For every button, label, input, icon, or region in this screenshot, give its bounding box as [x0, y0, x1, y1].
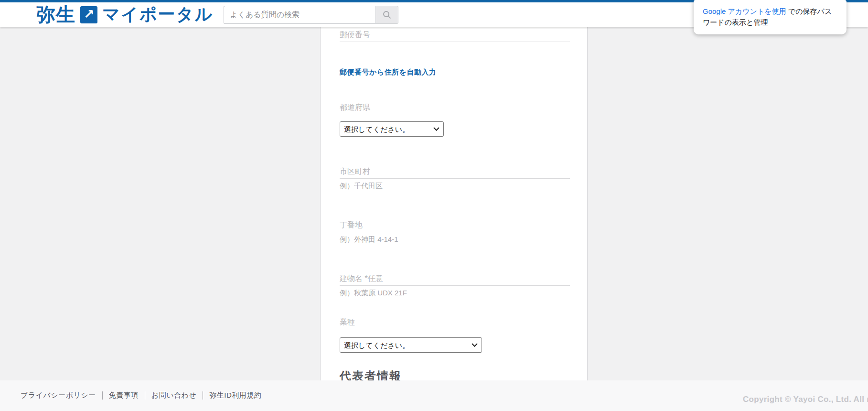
- faq-search-input[interactable]: [224, 6, 375, 24]
- representative-info-heading: 代表者情報: [340, 368, 402, 380]
- industry-label: 業種: [340, 317, 355, 327]
- yayoi-logo-text: 弥生: [36, 1, 75, 28]
- city-helper-text: 例）千代田区: [340, 182, 383, 191]
- prefecture-select[interactable]: 選択してください。: [340, 121, 444, 137]
- building-helper-text: 例）秋葉原 UDX 21F: [340, 289, 407, 298]
- contact-link[interactable]: お問い合わせ: [151, 391, 196, 400]
- postal-code-input[interactable]: [340, 28, 570, 42]
- yayoi-arrow-icon: ↗: [80, 6, 97, 23]
- footer-separator: [145, 391, 145, 400]
- disclaimer-link[interactable]: 免責事項: [109, 391, 139, 400]
- faq-search: [224, 6, 398, 24]
- city-input[interactable]: [340, 164, 570, 179]
- street-input[interactable]: [340, 218, 570, 232]
- prefecture-label: 都道府県: [340, 103, 370, 113]
- yayoi-logo[interactable]: 弥生 ↗ マイポータル: [36, 1, 213, 28]
- footer-separator: [203, 391, 203, 400]
- google-account-link[interactable]: Google アカウントを使用: [703, 7, 786, 15]
- autofill-address-link[interactable]: 郵便番号から住所を自動入力: [340, 68, 437, 77]
- yayoi-id-terms-link[interactable]: 弥生ID利用規約: [209, 391, 261, 400]
- chrome-password-bubble: Google アカウントを使用 での保存パスワードの表示と管理: [694, 0, 847, 34]
- privacy-policy-link[interactable]: プライバシーポリシー: [21, 391, 96, 400]
- search-button[interactable]: [375, 6, 398, 24]
- footer-separator: [102, 391, 103, 400]
- search-icon: [382, 10, 392, 20]
- page-footer: プライバシーポリシー 免責事項 お問い合わせ 弥生ID利用規約 Copyrigh…: [0, 380, 868, 411]
- copyright-text: Copyright © Yayoi Co., Ltd. All rights r…: [743, 395, 868, 404]
- prefecture-select-wrap: 選択してください。: [340, 121, 444, 137]
- registration-form-column: 郵便番号から住所を自動入力 都道府県 選択してください。 例）千代田区 例）外神…: [320, 27, 588, 380]
- street-helper-text: 例）外神田 4-14-1: [340, 235, 398, 244]
- industry-select-wrap: 選択してください。: [340, 337, 482, 353]
- industry-select[interactable]: 選択してください。: [340, 337, 482, 353]
- building-name-input[interactable]: [340, 271, 570, 286]
- footer-links: プライバシーポリシー 免責事項 お問い合わせ 弥生ID利用規約: [21, 391, 261, 400]
- product-name: マイポータル: [102, 3, 213, 26]
